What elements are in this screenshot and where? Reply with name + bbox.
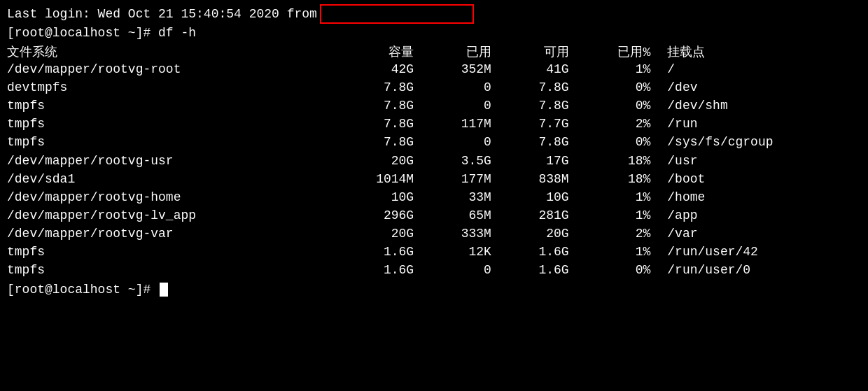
cell-used: 12K [422,243,500,261]
cell-used: 33M [422,188,500,206]
header-mount: 挂载点 [659,43,861,60]
command-text: [root@localhost ~]# df -h [7,24,196,42]
cell-filesystem: /dev/sda1 [7,170,332,188]
cell-mount: /var [659,225,861,243]
cell-filesystem: /dev/mapper/rootvg-usr [7,152,332,170]
cell-mount: /home [659,188,861,206]
cell-available: 838M [500,170,578,188]
cell-filesystem: devtmpfs [7,78,332,97]
cell-capacity: 20G [332,152,423,170]
table-row: devtmpfs 7.8G 0 7.8G 0% /dev [7,78,861,97]
cell-filesystem: tmpfs [7,261,332,279]
cell-filesystem: tmpfs [7,243,332,261]
header-capacity: 容量 [332,43,423,60]
cell-filesystem: tmpfs [7,133,332,151]
last-login-text: Last login: Wed Oct 21 15:40:54 2020 fro… [7,5,317,23]
table-header-row: 文件系统 容量 已用 可用 已用% 挂载点 [7,43,861,60]
table-row: /dev/mapper/rootvg-root 42G 352M 41G 1% … [7,60,861,78]
cell-used: 65M [422,206,500,225]
cell-capacity: 20G [332,225,423,243]
cell-filesystem: /dev/mapper/rootvg-home [7,188,332,206]
cell-filesystem: /dev/mapper/rootvg-root [7,60,332,78]
header-available: 可用 [500,43,578,60]
cell-available: 7.8G [500,133,578,151]
cell-capacity: 7.8G [332,115,423,133]
cell-filesystem: /dev/mapper/rootvg-var [7,225,332,243]
cell-capacity: 1014M [332,170,423,188]
cell-available: 10G [500,188,578,206]
cell-used-pct: 0% [578,78,659,97]
header-used-pct: 已用% [578,43,659,60]
cell-available: 7.7G [500,115,578,133]
cell-used-pct: 2% [578,115,659,133]
table-row: tmpfs 7.8G 0 7.8G 0% /dev/shm [7,97,861,115]
cell-used-pct: 1% [578,60,659,78]
header-used: 已用 [422,43,500,60]
cell-used: 0 [422,133,500,151]
table-row: /dev/sda1 1014M 177M 838M 18% /boot [7,170,861,188]
cell-mount: /run/user/42 [659,243,861,261]
cell-mount: /run [659,115,861,133]
final-prompt-line: [root@localhost ~]# [7,280,861,299]
cell-used-pct: 0% [578,97,659,115]
cell-available: 7.8G [500,78,578,97]
cell-used: 117M [422,115,500,133]
cell-used-pct: 1% [578,188,659,206]
cell-used: 333M [422,225,500,243]
header-filesystem: 文件系统 [7,43,332,60]
cell-used-pct: 2% [578,225,659,243]
cell-available: 41G [500,60,578,78]
cell-used: 0 [422,78,500,97]
cell-used: 352M [422,60,500,78]
cell-used: 0 [422,261,500,279]
table-row: /dev/mapper/rootvg-var 20G 333M 20G 2% /… [7,225,861,243]
cell-used: 3.5G [422,152,500,170]
cell-used-pct: 0% [578,261,659,279]
cell-available: 17G [500,152,578,170]
cell-mount: /usr [659,152,861,170]
cell-used: 0 [422,97,500,115]
table-row: /dev/mapper/rootvg-lv_app 296G 65M 281G … [7,206,861,225]
cell-filesystem: /dev/mapper/rootvg-lv_app [7,206,332,225]
cell-capacity: 7.8G [332,97,423,115]
table-row: tmpfs 7.8G 117M 7.7G 2% /run [7,115,861,133]
cell-mount: /sys/fs/cgroup [659,133,861,151]
cell-used-pct: 1% [578,206,659,225]
cell-filesystem: tmpfs [7,97,332,115]
df-table: 文件系统 容量 已用 可用 已用% 挂载点 /dev/mapper/rootvg… [7,43,861,279]
table-row: tmpfs 1.6G 0 1.6G 0% /run/user/0 [7,261,861,279]
cell-capacity: 296G [332,206,423,225]
cell-mount: /boot [659,170,861,188]
table-row: /dev/mapper/rootvg-usr 20G 3.5G 17G 18% … [7,152,861,170]
cell-available: 1.6G [500,261,578,279]
cell-capacity: 1.6G [332,243,423,261]
cell-filesystem: tmpfs [7,115,332,133]
table-row: /dev/mapper/rootvg-home 10G 33M 10G 1% /… [7,188,861,206]
cell-mount: /dev/shm [659,97,861,115]
cell-used: 177M [422,170,500,188]
cell-mount: /app [659,206,861,225]
cell-available: 1.6G [500,243,578,261]
cell-capacity: 7.8G [332,78,423,97]
table-row: tmpfs 1.6G 12K 1.6G 1% /run/user/42 [7,243,861,261]
cell-available: 7.8G [500,97,578,115]
cell-used-pct: 18% [578,170,659,188]
cell-mount: / [659,60,861,78]
cell-available: 20G [500,225,578,243]
df-output: 文件系统 容量 已用 可用 已用% 挂载点 /dev/mapper/rootvg… [7,43,861,279]
table-row: tmpfs 7.8G 0 7.8G 0% /sys/fs/cgroup [7,133,861,151]
cell-used-pct: 0% [578,133,659,151]
command-line: [root@localhost ~]# df -h [7,24,861,42]
cell-capacity: 42G [332,60,423,78]
cell-mount: /dev [659,78,861,97]
cell-used-pct: 18% [578,152,659,170]
terminal-window: Last login: Wed Oct 21 15:40:54 2020 fro… [7,4,861,299]
final-prompt-text: [root@localhost ~]# [7,280,158,299]
cell-capacity: 1.6G [332,261,423,279]
cell-mount: /run/user/0 [659,261,861,279]
last-login-line: Last login: Wed Oct 21 15:40:54 2020 fro… [7,4,861,24]
cell-capacity: 7.8G [332,133,423,151]
cell-available: 281G [500,206,578,225]
cell-capacity: 10G [332,188,423,206]
redacted-ip-box [320,4,474,24]
